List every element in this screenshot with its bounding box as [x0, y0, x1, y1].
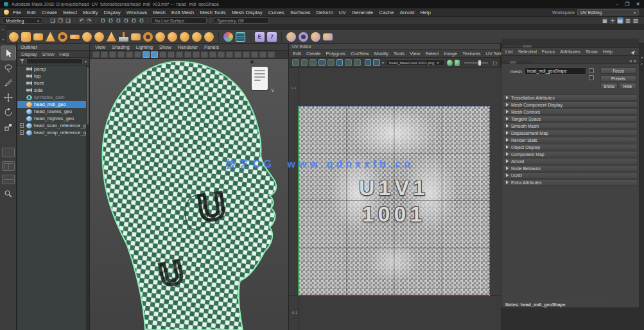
viewport-menu-item[interactable]: Renderer — [178, 44, 198, 50]
paint-select-tool-icon[interactable] — [1, 76, 15, 89]
bonus-torus[interactable] — [299, 32, 308, 42]
shadows[interactable] — [251, 51, 258, 58]
outliner-scrollbar[interactable] — [86, 65, 89, 330]
poly-cone[interactable] — [46, 32, 55, 42]
use-default-material[interactable] — [243, 51, 250, 58]
safe-title[interactable] — [201, 51, 208, 58]
uv-checker-toggle-icon[interactable] — [373, 59, 380, 66]
bonus-loop[interactable] — [311, 32, 320, 42]
rotate-tool-icon[interactable] — [1, 105, 15, 119]
layout-two-pane-button[interactable] — [2, 161, 15, 171]
ae-menu-item[interactable]: Selected — [518, 49, 537, 55]
attribute-section-header[interactable]: Node Behavior — [503, 165, 638, 171]
uv-gamma-icon[interactable] — [455, 60, 460, 66]
menu-item[interactable]: Generate — [352, 10, 373, 15]
poly-pyramid[interactable] — [107, 32, 116, 42]
perspective-viewport[interactable]: ViewShadingLightingShowRendererPanels U … — [90, 44, 289, 330]
sidebar-panel-tab[interactable] — [513, 45, 522, 48]
resolution-gate[interactable] — [168, 51, 175, 58]
sidebar-toggle-icon[interactable]: ▥ — [625, 17, 631, 24]
uv-menu-item[interactable]: Cut/Sew — [351, 51, 369, 56]
menu-grip[interactable] — [92, 51, 100, 58]
menu-item[interactable]: Mesh — [153, 10, 166, 15]
notes-splitter[interactable]: ······························ — [501, 298, 639, 302]
node-tab[interactable] — [510, 61, 516, 64]
filter-icon[interactable] — [20, 59, 24, 64]
menu-item[interactable]: Select — [63, 10, 77, 15]
menu-item[interactable]: Create — [42, 10, 57, 15]
expand-icon[interactable]: + — [20, 130, 24, 135]
uv-unfold-icon[interactable] — [318, 59, 326, 66]
isolate-select[interactable] — [209, 51, 216, 58]
uv-canvas[interactable]: 1.1 -0.1 U1V1 1001 — [289, 68, 501, 330]
bonus-ramp[interactable] — [323, 33, 333, 40]
menu-item[interactable]: Mesh Tools — [200, 10, 225, 15]
head-model[interactable]: U U — [90, 59, 289, 330]
menu-item[interactable]: Edit Mesh — [171, 10, 195, 15]
move-tool-icon[interactable] — [1, 91, 15, 104]
svg-tool[interactable]: 7 — [267, 32, 277, 42]
uv-menu-item[interactable]: Edit — [293, 51, 301, 56]
sidebar-toggle-icon[interactable]: ▧ — [632, 17, 639, 24]
outliner-menu-item[interactable]: Show — [42, 51, 55, 57]
udim-tile-1001[interactable]: U1V1 1001 — [299, 107, 489, 295]
attribute-section-header[interactable]: Displacement Map — [503, 130, 638, 136]
menu-item[interactable]: Windows — [126, 10, 147, 15]
poly-cylinder[interactable] — [33, 33, 43, 40]
ae-menu-item[interactable]: Focus — [542, 49, 555, 55]
node-tab[interactable] — [524, 61, 530, 64]
poly-helix[interactable] — [155, 32, 165, 42]
poly-pipe[interactable] — [143, 32, 153, 42]
poly-disc[interactable] — [82, 32, 92, 42]
uv-snapshot-icon[interactable] — [354, 59, 361, 66]
ae-menu-item[interactable]: Help — [603, 49, 613, 55]
lasso-tool-icon[interactable] — [1, 61, 15, 74]
uv-grab-icon[interactable] — [292, 59, 299, 66]
node-tab[interactable] — [517, 61, 523, 64]
type-tool[interactable]: E — [255, 32, 265, 42]
node-name-field[interactable]: head_mdl_geoShape — [525, 67, 586, 74]
uv-menu-item[interactable]: Select — [425, 51, 439, 56]
sidebar-toggle-icon[interactable]: ▤ — [617, 17, 623, 24]
outliner-item[interactable]: + persp — [17, 65, 89, 73]
statusline-icon[interactable]: ❏ — [49, 17, 56, 24]
viewport-menu-item[interactable]: Show — [159, 44, 171, 50]
poly-spherical-harmonics[interactable] — [204, 32, 214, 42]
floating-note-card[interactable] — [252, 67, 268, 90]
poly-sphere[interactable] — [9, 32, 19, 42]
node-tab[interactable] — [503, 61, 509, 64]
outliner-item[interactable]: + front — [17, 80, 89, 87]
menu-set-selector[interactable]: Modeling▾ — [3, 17, 42, 24]
presets-button[interactable]: Presets — [600, 75, 636, 82]
collapse-right-icon[interactable]: ▸ — [641, 62, 643, 65]
film-gate[interactable] — [159, 51, 166, 58]
uv-sew-icon[interactable] — [309, 59, 317, 66]
ae-menu-item[interactable]: Show — [586, 49, 598, 55]
outliner-item[interactable]: + head_scan_reference_grp — [17, 122, 89, 129]
sidebar-toggle-icon[interactable]: ✛ — [609, 17, 616, 24]
collapse-left-icon[interactable]: ◂ — [641, 55, 643, 59]
uv-distortion-icon[interactable] — [345, 59, 352, 66]
two-d-pan-zoom[interactable] — [143, 51, 150, 58]
snap-magnet-icon[interactable] — [100, 17, 106, 24]
tab-scroll-arrows[interactable]: ◂ ▸ — [629, 58, 637, 64]
hide-button[interactable]: Hide — [619, 83, 636, 89]
menu-item[interactable]: Deform — [317, 10, 333, 15]
outliner-item[interactable]: + head_mdl_geo — [17, 101, 89, 108]
menu-item[interactable]: Display — [104, 10, 121, 15]
menu-item[interactable]: Curves — [268, 10, 284, 15]
lock-camera[interactable] — [109, 51, 116, 58]
attribute-section-header[interactable]: Object Display — [503, 144, 638, 150]
snap-magnet-icon[interactable] — [115, 17, 121, 24]
poly-torus[interactable] — [58, 32, 67, 42]
show-button[interactable]: Show — [600, 83, 618, 89]
menu-item[interactable]: Arnold — [399, 10, 414, 15]
focus-button[interactable]: Focus — [600, 67, 636, 74]
viewport-menu-item[interactable]: Shading — [112, 44, 130, 50]
viewport-menu-item[interactable]: Panels — [204, 44, 219, 50]
sidebar-panel-tab[interactable] — [503, 45, 512, 48]
attribute-section-header[interactable]: Component Map — [503, 151, 638, 157]
attribute-section-header[interactable]: Render Stats — [503, 137, 638, 143]
outliner-item[interactable]: + top — [17, 73, 89, 80]
field-chart[interactable] — [184, 51, 191, 58]
